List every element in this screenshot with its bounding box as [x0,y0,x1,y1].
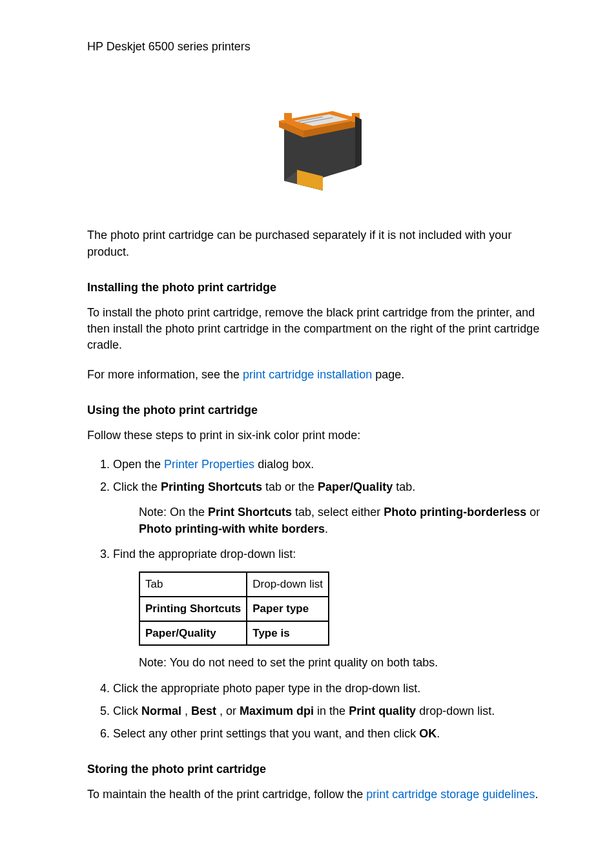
install-para1: To install the photo print cartridge, re… [87,305,545,354]
install-para2: For more information, see the print cart… [87,367,545,383]
para2-suffix: page. [372,368,404,381]
step6-bold: OK [419,727,436,740]
note1-bold2: Photo printing-borderless [384,506,526,519]
link-cartridge-installation[interactable]: print cartridge installation [243,368,372,381]
note1-prefix: On the [170,506,208,519]
table-row1-col1: Printing Shortcuts [139,597,247,621]
step3-text: Find the appropriate drop-down list: [113,548,296,560]
step-6: Select any other print settings that you… [113,726,545,742]
table-row1-col2: Paper type [247,597,329,621]
storing-para: To maintain the health of the print cart… [87,786,545,803]
svg-marker-9 [355,116,362,168]
step6-suffix: . [436,727,440,740]
cartridge-illustration [87,94,545,201]
step5-bold3: Maximum dpi [240,704,314,717]
heading-using: Using the photo print cartridge [87,402,545,418]
note1-bold3: Photo printing-with white borders [139,522,325,535]
link-storage-guidelines[interactable]: print cartridge storage guidelines [366,788,535,801]
step1-suffix: dialog box. [254,458,314,471]
step5-mid2: , or [216,704,240,717]
note1-label: Note: [139,506,170,519]
step5-bold2: Best [191,704,216,717]
note1-bold1: Print Shortcuts [208,506,292,519]
step5-mid3: in the [314,704,349,717]
intro-text: The photo print cartridge can be purchas… [87,227,545,260]
note1-suffix: . [325,522,328,535]
step5-bold1: Normal [141,704,181,717]
storing-prefix: To maintain the health of the print cart… [87,788,366,801]
step2-bold1: Printing Shortcuts [161,480,262,493]
step-1: Open the Printer Properties dialog box. [113,457,545,473]
page-header: HP Deskjet 6500 series printers [87,39,545,55]
note1-mid1: tab, select either [292,506,384,519]
note1-mid2: or [526,506,540,519]
step-5: Click Normal , Best , or Maximum dpi in … [113,703,545,719]
step5-suffix: drop-down list. [416,704,495,717]
step-3: Find the appropriate drop-down list: Tab… [113,546,545,672]
step2-bold2: Paper/Quality [318,480,393,493]
table-header-dropdown: Drop-down list [247,572,329,597]
table-header-tab: Tab [139,572,247,597]
para2-prefix: For more information, see the [87,368,243,381]
storing-suffix: . [535,788,538,801]
table-row2-col2: Type is [247,621,329,646]
using-intro: Follow these steps to print in six-ink c… [87,427,545,444]
step-4: Click the appropriate photo paper type i… [113,681,545,697]
step6-prefix: Select any other print settings that you… [113,727,419,740]
step5-prefix: Click [113,704,141,717]
heading-storing: Storing the photo print cartridge [87,761,545,777]
step5-bold4: Print quality [349,704,416,717]
step-2: Click the Printing Shortcuts tab or the … [113,479,545,537]
step1-prefix: Open the [113,458,164,471]
table-row2-col1: Paper/Quality [139,621,247,646]
note2-text: You do not need to set the print quality… [170,656,438,669]
step2-suffix: tab. [393,480,415,493]
heading-installing: Installing the photo print cartridge [87,280,545,296]
tab-dropdown-table: Tab Drop-down list Printing Shortcuts Pa… [139,571,329,646]
note-1: Note: On the Print Shortcuts tab, select… [139,504,545,537]
svg-rect-7 [284,113,292,119]
step2-mid: tab or the [262,480,318,493]
step5-mid1: , [181,704,191,717]
step2-prefix: Click the [113,480,161,493]
note2-label: Note: [139,656,170,669]
note-2: Note: You do not need to set the print q… [139,655,545,671]
link-printer-properties[interactable]: Printer Properties [164,458,254,471]
